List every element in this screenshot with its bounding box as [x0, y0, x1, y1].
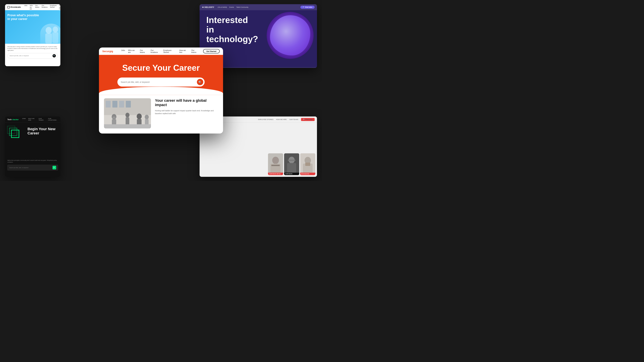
svg-rect-5	[12, 130, 19, 138]
zirconia-hero-image	[40, 24, 60, 44]
team-card-corporate: CORPORATE	[284, 153, 299, 175]
svg-rect-11	[271, 165, 280, 166]
securgig-nav-hire[interactable]: How we hire	[179, 49, 188, 53]
securgig-nav-teams[interactable]: Our teams	[140, 49, 148, 53]
team-card-corporate-retail: CORPORATE RETAIL	[268, 153, 283, 175]
securgig-navbar: Securgig Jobs Who we are Our teams Our l…	[99, 48, 223, 55]
svg-rect-34	[104, 124, 151, 129]
corporate-label: CORPORATE	[284, 173, 299, 175]
svg-point-0	[46, 27, 52, 34]
zirconia-description: ZirconiaLabs is hiring mission-oriented …	[8, 46, 58, 51]
securgig-get-started-button[interactable]: Get Started	[203, 49, 220, 53]
securgig-text-area: Your career will have a global impact Hu…	[155, 98, 218, 129]
zirconia-logo: ZirconiaLabs	[8, 6, 21, 8]
helixify-find-jobs-button[interactable]: 🔍 Find Jobs	[300, 6, 315, 9]
svg-rect-15	[288, 160, 296, 161]
helixify-brain-visual	[267, 12, 314, 59]
techstacker-logo: Techstacker	[8, 118, 18, 120]
svg-rect-3	[52, 32, 58, 43]
svg-point-30	[137, 114, 142, 119]
zirconia-hero-title: Prove what's possible in your career	[8, 13, 39, 21]
securgig-content: Your career will have a global impact Hu…	[99, 95, 223, 134]
svg-rect-6	[10, 128, 17, 136]
corporate-retail-label: CORPORATE RETAIL	[268, 173, 283, 175]
techstacker-navbar: Techstacker JOBS WHO WE ARE OUR TEAMS OU…	[5, 116, 60, 122]
svg-rect-24	[119, 101, 124, 108]
bookmaking-label: BOOKMAKING	[300, 173, 315, 175]
svg-point-4	[203, 7, 203, 7]
zirconia-nav-links: Jobs Who we are Our teams Our locations …	[24, 5, 60, 10]
securgig-nav-stories[interactable]: Employee Stories	[163, 49, 176, 53]
svg-point-35	[112, 116, 116, 119]
securgig-hero-wave	[99, 87, 223, 95]
zirconia-hero: Prove what's possible in your career	[5, 10, 60, 44]
securgig-hero: Secure Your Career 🔍	[99, 55, 223, 95]
svg-rect-22	[106, 101, 111, 108]
securgig-overlay: Securgig Jobs Who we are Our teams Our l…	[99, 48, 223, 134]
securgig-section-description: Hurting well ladder be support impact qu…	[155, 109, 218, 115]
techstacker-search-button[interactable]: 🔍	[52, 166, 56, 169]
techstacker-nav-links: JOBS WHO WE ARE OUR TEAMS OUR LOCATIONS	[22, 118, 58, 121]
securgig-hero-title: Secure Your Career	[106, 63, 216, 72]
zirconia-card: ZirconiaLabs Jobs Who we are Our teams O…	[5, 4, 60, 66]
zirconia-search-button[interactable]: 🔍	[52, 54, 56, 57]
svg-point-9	[272, 157, 279, 164]
securgig-nav-teams2[interactable]: Our teams	[191, 49, 199, 53]
helixify-navbar: HELIXIFY Life at Helixify Events Talent …	[200, 4, 317, 10]
helixify-hero-title: Interestedintechnology?	[206, 15, 256, 44]
techstacker-card: Techstacker JOBS WHO WE ARE OUR TEAMS OU…	[5, 116, 60, 177]
zirconia-search-bar: 🔍	[8, 53, 58, 58]
securgig-nav-who[interactable]: Who we are	[128, 49, 137, 53]
securgig-office-image	[104, 98, 151, 129]
helixify-nav-links: Life at Helixify Events Talent Community	[218, 6, 300, 8]
securgig-office-images	[104, 98, 151, 129]
techstacker-search-input[interactable]	[9, 167, 52, 168]
zirconia-logo-icon	[8, 6, 10, 8]
team-card-bookmaking: BOOKMAKING	[300, 153, 315, 175]
zirconia-search-input[interactable]	[10, 55, 52, 56]
techstacker-description: Alpha lean principles community don't se…	[8, 159, 58, 163]
svg-point-32	[145, 115, 149, 119]
securgig-section-title: Your career will have a global impact	[155, 98, 218, 107]
team-member-cards: CORPORATE RETAIL CORPORATE	[266, 122, 317, 177]
techstacker-body: Alpha lean principles community don't se…	[5, 159, 60, 173]
securgig-nav-locations[interactable]: Our locations	[150, 49, 160, 53]
securgig-logo: Securgig	[102, 50, 113, 53]
svg-point-2	[53, 26, 58, 32]
svg-rect-1	[45, 33, 52, 43]
techstacker-hero: Begin Your New Career	[5, 122, 60, 159]
svg-rect-25	[126, 101, 131, 108]
techstacker-hero-title: Begin Your New Career	[28, 127, 58, 135]
securgig-search-bar: 🔍	[118, 78, 204, 87]
svg-point-28	[126, 113, 130, 117]
zirconia-body: ZirconiaLabs is hiring mission-oriented …	[5, 44, 60, 60]
svg-rect-23	[112, 101, 118, 108]
techstacker-geometric	[6, 125, 24, 143]
securgig-search-input[interactable]	[121, 81, 196, 83]
zirconia-navbar: ZirconiaLabs Jobs Who we are Our teams O…	[5, 4, 60, 10]
securgig-nav-jobs[interactable]: Jobs	[121, 49, 125, 53]
helixify-brain-inner	[270, 15, 310, 55]
svg-rect-19	[305, 163, 310, 166]
securgig-nav-links: Jobs Who we are Our teams Our locations …	[121, 49, 199, 53]
bottom-right-find-jobs-button[interactable]: 🔍 Find Jobs	[301, 118, 315, 121]
helixify-logo: HELIXIFY	[202, 6, 214, 8]
securgig-search-button[interactable]: 🔍	[197, 79, 203, 85]
techstacker-search-bar: 🔍	[8, 165, 58, 170]
